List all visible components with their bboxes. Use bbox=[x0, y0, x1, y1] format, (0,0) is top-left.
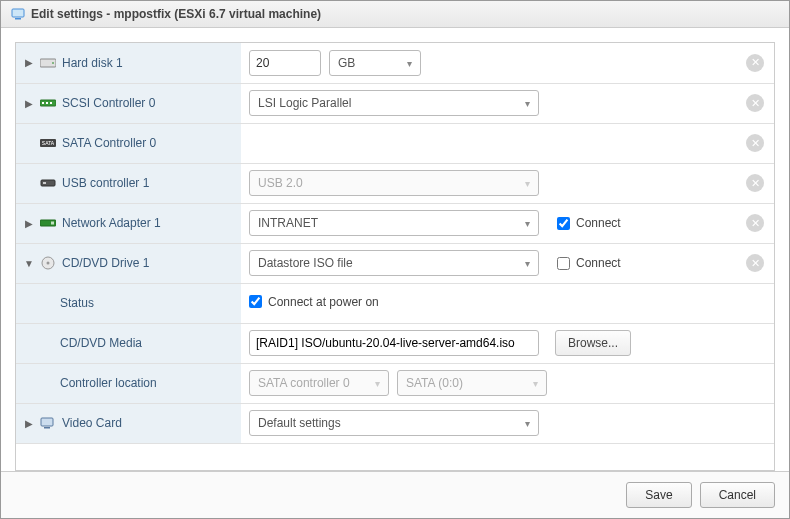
remove-cddvd-button[interactable]: ✕ bbox=[746, 254, 764, 272]
hard-disk-icon bbox=[40, 55, 56, 71]
dialog-title-bar: Edit settings - mppostfix (ESXi 6.7 virt… bbox=[1, 1, 789, 28]
media-label: CD/DVD Media bbox=[60, 336, 142, 350]
video-card-select[interactable]: Default settings▾ bbox=[249, 410, 539, 436]
cddvd-connect-checkbox[interactable] bbox=[557, 257, 570, 270]
usb-icon bbox=[40, 175, 56, 191]
nic-icon bbox=[40, 215, 56, 231]
remove-usb-button[interactable]: ✕ bbox=[746, 174, 764, 192]
remove-nic-button[interactable]: ✕ bbox=[746, 214, 764, 232]
controller-location-label: Controller location bbox=[60, 376, 157, 390]
svg-rect-17 bbox=[44, 427, 50, 429]
usb-type-select[interactable]: USB 2.0▾ bbox=[249, 170, 539, 196]
scsi-controller-row: ▶ SCSI Controller 0 LSI Logic Parallel▾ … bbox=[16, 83, 774, 123]
video-card-row: ▶ Video Card Default settings▾ bbox=[16, 403, 774, 443]
svg-rect-5 bbox=[42, 102, 44, 104]
status-label: Status bbox=[60, 296, 94, 310]
vm-icon bbox=[11, 7, 25, 21]
controller-select[interactable]: SATA controller 0▾ bbox=[249, 370, 389, 396]
hardware-table: ▶ Hard disk 1 GB▾ bbox=[16, 43, 774, 444]
hard-disk-size-input[interactable] bbox=[249, 50, 321, 76]
sata-label: SATA Controller 0 bbox=[62, 136, 156, 150]
save-button[interactable]: Save bbox=[626, 482, 691, 508]
scsi-label: SCSI Controller 0 bbox=[62, 96, 155, 110]
video-card-icon bbox=[40, 415, 56, 431]
cddvd-drive-row: ▼ CD/DVD Drive 1 Datastore ISO file▾ bbox=[16, 243, 774, 283]
svg-rect-7 bbox=[50, 102, 52, 104]
svg-point-3 bbox=[52, 62, 54, 64]
connect-at-poweron-wrap[interactable]: Connect at power on bbox=[249, 295, 379, 309]
controller-port-select[interactable]: SATA (0:0)▾ bbox=[397, 370, 547, 396]
hard-disk-row: ▶ Hard disk 1 GB▾ bbox=[16, 43, 774, 83]
cddvd-status-row: Status Connect at power on bbox=[16, 283, 774, 323]
scsi-type-select[interactable]: LSI Logic Parallel▾ bbox=[249, 90, 539, 116]
hard-disk-label: Hard disk 1 bbox=[62, 56, 123, 70]
remove-scsi-button[interactable]: ✕ bbox=[746, 94, 764, 112]
usb-label: USB controller 1 bbox=[62, 176, 149, 190]
sata-controller-row: ▶ SATA SATA Controller 0 ✕ bbox=[16, 123, 774, 163]
svg-rect-16 bbox=[41, 418, 53, 426]
svg-rect-11 bbox=[43, 182, 46, 184]
nic-connect-checkbox[interactable] bbox=[557, 217, 570, 230]
svg-rect-13 bbox=[51, 222, 54, 225]
svg-rect-6 bbox=[46, 102, 48, 104]
dialog-content: ▶ Hard disk 1 GB▾ bbox=[1, 28, 789, 471]
chevron-down-icon: ▾ bbox=[525, 418, 530, 429]
edit-settings-dialog: Edit settings - mppostfix (ESXi 6.7 virt… bbox=[0, 0, 790, 519]
nic-connect-checkbox-wrap[interactable]: Connect bbox=[557, 216, 621, 230]
cddvd-connect-checkbox-wrap[interactable]: Connect bbox=[557, 256, 621, 270]
expand-toggle[interactable]: ▶ bbox=[24, 57, 34, 68]
expand-toggle[interactable]: ▶ bbox=[24, 418, 34, 429]
chevron-down-icon: ▾ bbox=[407, 57, 412, 68]
hardware-list-scroll[interactable]: ▶ Hard disk 1 GB▾ bbox=[15, 42, 775, 471]
video-card-label: Video Card bbox=[62, 416, 122, 430]
remove-hard-disk-button[interactable]: ✕ bbox=[746, 54, 764, 72]
dialog-title: Edit settings - mppostfix (ESXi 6.7 virt… bbox=[31, 7, 321, 21]
media-path-input[interactable] bbox=[249, 330, 539, 356]
expand-toggle[interactable]: ▶ bbox=[24, 98, 34, 109]
chevron-down-icon: ▾ bbox=[525, 218, 530, 229]
chevron-down-icon: ▾ bbox=[533, 378, 538, 389]
hard-disk-unit-select[interactable]: GB▾ bbox=[329, 50, 421, 76]
cddvd-label: CD/DVD Drive 1 bbox=[62, 256, 149, 270]
sata-icon: SATA bbox=[40, 135, 56, 151]
network-adapter-row: ▶ Network Adapter 1 INTRANET▾ bbox=[16, 203, 774, 243]
cddvd-icon bbox=[40, 255, 56, 271]
controller-location-row: Controller location SATA controller 0▾ S… bbox=[16, 363, 774, 403]
chevron-down-icon: ▾ bbox=[525, 258, 530, 269]
remove-sata-button[interactable]: ✕ bbox=[746, 134, 764, 152]
svg-rect-0 bbox=[12, 9, 24, 17]
cddvd-media-row: CD/DVD Media Browse... bbox=[16, 323, 774, 363]
connect-at-poweron-checkbox[interactable] bbox=[249, 295, 262, 308]
svg-rect-1 bbox=[15, 18, 21, 20]
chevron-down-icon: ▾ bbox=[525, 178, 530, 189]
browse-button[interactable]: Browse... bbox=[555, 330, 631, 356]
scsi-icon bbox=[40, 95, 56, 111]
chevron-down-icon: ▾ bbox=[525, 98, 530, 109]
nic-label: Network Adapter 1 bbox=[62, 216, 161, 230]
usb-controller-row: ▶ USB controller 1 USB 2.0▾ ✕ bbox=[16, 163, 774, 203]
expand-toggle[interactable]: ▶ bbox=[24, 218, 34, 229]
nic-network-select[interactable]: INTRANET▾ bbox=[249, 210, 539, 236]
svg-point-15 bbox=[47, 262, 50, 265]
dialog-footer: Save Cancel bbox=[1, 471, 789, 518]
svg-text:SATA: SATA bbox=[42, 140, 55, 146]
expand-toggle[interactable]: ▼ bbox=[24, 258, 34, 269]
cddvd-source-select[interactable]: Datastore ISO file▾ bbox=[249, 250, 539, 276]
cancel-button[interactable]: Cancel bbox=[700, 482, 775, 508]
chevron-down-icon: ▾ bbox=[375, 378, 380, 389]
